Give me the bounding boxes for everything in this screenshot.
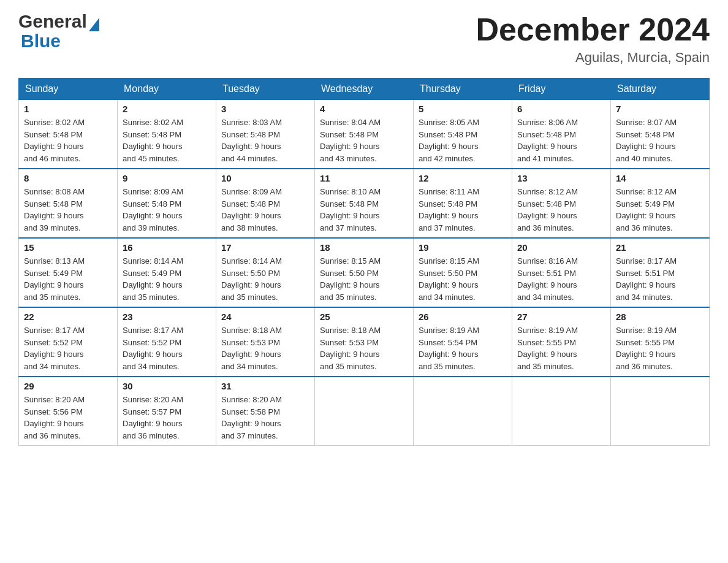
calendar-table: Sunday Monday Tuesday Wednesday Thursday… xyxy=(18,78,710,446)
day-info: Sunrise: 8:02 AMSunset: 5:48 PMDaylight:… xyxy=(24,118,85,163)
day-number: 7 xyxy=(616,104,704,114)
day-info: Sunrise: 8:15 AMSunset: 5:50 PMDaylight:… xyxy=(419,256,479,302)
day-info: Sunrise: 8:18 AMSunset: 5:53 PMDaylight:… xyxy=(221,326,282,371)
month-title: December 2024 xyxy=(476,12,710,47)
col-sunday: Sunday xyxy=(19,79,118,100)
day-info: Sunrise: 8:09 AMSunset: 5:48 PMDaylight:… xyxy=(221,187,282,232)
day-number: 25 xyxy=(320,312,408,322)
calendar-cell: 28 Sunrise: 8:19 AMSunset: 5:55 PMDaylig… xyxy=(611,307,710,377)
day-info: Sunrise: 8:14 AMSunset: 5:49 PMDaylight:… xyxy=(123,256,183,302)
day-info: Sunrise: 8:19 AMSunset: 5:55 PMDaylight:… xyxy=(616,326,677,371)
calendar-cell: 9 Sunrise: 8:09 AMSunset: 5:48 PMDayligh… xyxy=(118,169,216,238)
calendar-cell: 19 Sunrise: 8:15 AMSunset: 5:50 PMDaylig… xyxy=(414,238,512,307)
calendar-cell xyxy=(414,377,512,446)
calendar-cell: 30 Sunrise: 8:20 AMSunset: 5:57 PMDaylig… xyxy=(118,377,216,446)
calendar-cell: 14 Sunrise: 8:12 AMSunset: 5:49 PMDaylig… xyxy=(611,169,710,238)
calendar-cell: 4 Sunrise: 8:04 AMSunset: 5:48 PMDayligh… xyxy=(315,100,414,169)
calendar-cell: 29 Sunrise: 8:20 AMSunset: 5:56 PMDaylig… xyxy=(19,377,118,446)
page-header: General Blue December 2024 Aguilas, Murc… xyxy=(18,12,710,66)
calendar-cell: 13 Sunrise: 8:12 AMSunset: 5:48 PMDaylig… xyxy=(512,169,611,238)
day-info: Sunrise: 8:19 AMSunset: 5:55 PMDaylight:… xyxy=(517,326,578,371)
day-info: Sunrise: 8:19 AMSunset: 5:54 PMDaylight:… xyxy=(419,326,479,371)
calendar-cell: 20 Sunrise: 8:16 AMSunset: 5:51 PMDaylig… xyxy=(512,238,611,307)
day-number: 29 xyxy=(24,381,112,391)
calendar-week-1: 1 Sunrise: 8:02 AMSunset: 5:48 PMDayligh… xyxy=(19,100,710,169)
day-info: Sunrise: 8:04 AMSunset: 5:48 PMDaylight:… xyxy=(320,118,381,163)
day-number: 21 xyxy=(616,242,704,253)
calendar-cell: 1 Sunrise: 8:02 AMSunset: 5:48 PMDayligh… xyxy=(19,100,118,169)
day-number: 4 xyxy=(320,104,408,114)
day-info: Sunrise: 8:20 AMSunset: 5:56 PMDaylight:… xyxy=(24,395,85,440)
calendar-cell: 22 Sunrise: 8:17 AMSunset: 5:52 PMDaylig… xyxy=(19,307,118,377)
col-thursday: Thursday xyxy=(414,79,512,100)
calendar-cell: 17 Sunrise: 8:14 AMSunset: 5:50 PMDaylig… xyxy=(216,238,315,307)
day-info: Sunrise: 8:12 AMSunset: 5:48 PMDaylight:… xyxy=(517,187,578,232)
day-number: 20 xyxy=(517,242,605,253)
calendar-cell xyxy=(315,377,414,446)
day-number: 17 xyxy=(221,242,309,253)
day-info: Sunrise: 8:13 AMSunset: 5:49 PMDaylight:… xyxy=(24,256,85,302)
calendar-week-5: 29 Sunrise: 8:20 AMSunset: 5:56 PMDaylig… xyxy=(19,377,710,446)
day-info: Sunrise: 8:14 AMSunset: 5:50 PMDaylight:… xyxy=(221,256,282,302)
col-monday: Monday xyxy=(118,79,216,100)
calendar-cell: 3 Sunrise: 8:03 AMSunset: 5:48 PMDayligh… xyxy=(216,100,315,169)
title-area: December 2024 Aguilas, Murcia, Spain xyxy=(476,12,710,66)
day-info: Sunrise: 8:02 AMSunset: 5:48 PMDaylight:… xyxy=(123,118,183,163)
calendar-cell: 25 Sunrise: 8:18 AMSunset: 5:53 PMDaylig… xyxy=(315,307,414,377)
day-info: Sunrise: 8:09 AMSunset: 5:48 PMDaylight:… xyxy=(123,187,183,232)
day-info: Sunrise: 8:03 AMSunset: 5:48 PMDaylight:… xyxy=(221,118,282,163)
day-info: Sunrise: 8:17 AMSunset: 5:51 PMDaylight:… xyxy=(616,256,677,302)
day-info: Sunrise: 8:16 AMSunset: 5:51 PMDaylight:… xyxy=(517,256,578,302)
day-info: Sunrise: 8:12 AMSunset: 5:49 PMDaylight:… xyxy=(616,187,677,232)
calendar-cell: 7 Sunrise: 8:07 AMSunset: 5:48 PMDayligh… xyxy=(611,100,710,169)
calendar-cell: 26 Sunrise: 8:19 AMSunset: 5:54 PMDaylig… xyxy=(414,307,512,377)
day-number: 10 xyxy=(221,173,309,183)
day-number: 11 xyxy=(320,173,408,183)
day-number: 3 xyxy=(221,104,309,114)
day-number: 5 xyxy=(419,104,507,114)
day-number: 12 xyxy=(419,173,507,183)
calendar-cell: 27 Sunrise: 8:19 AMSunset: 5:55 PMDaylig… xyxy=(512,307,611,377)
day-info: Sunrise: 8:08 AMSunset: 5:48 PMDaylight:… xyxy=(24,187,85,232)
logo: General Blue xyxy=(18,12,99,52)
calendar-cell xyxy=(512,377,611,446)
day-number: 19 xyxy=(419,242,507,253)
col-friday: Friday xyxy=(512,79,611,100)
day-number: 1 xyxy=(24,104,112,114)
day-number: 22 xyxy=(24,312,112,322)
calendar-cell: 8 Sunrise: 8:08 AMSunset: 5:48 PMDayligh… xyxy=(19,169,118,238)
day-info: Sunrise: 8:20 AMSunset: 5:58 PMDaylight:… xyxy=(221,395,282,440)
calendar-cell: 24 Sunrise: 8:18 AMSunset: 5:53 PMDaylig… xyxy=(216,307,315,377)
day-info: Sunrise: 8:17 AMSunset: 5:52 PMDaylight:… xyxy=(24,326,85,371)
day-info: Sunrise: 8:18 AMSunset: 5:53 PMDaylight:… xyxy=(320,326,381,371)
day-number: 16 xyxy=(123,242,211,253)
day-number: 31 xyxy=(221,381,309,391)
calendar-cell: 11 Sunrise: 8:10 AMSunset: 5:48 PMDaylig… xyxy=(315,169,414,238)
col-tuesday: Tuesday xyxy=(216,79,315,100)
location-subtitle: Aguilas, Murcia, Spain xyxy=(476,50,710,66)
calendar-cell: 10 Sunrise: 8:09 AMSunset: 5:48 PMDaylig… xyxy=(216,169,315,238)
day-number: 13 xyxy=(517,173,605,183)
calendar-cell: 23 Sunrise: 8:17 AMSunset: 5:52 PMDaylig… xyxy=(118,307,216,377)
col-wednesday: Wednesday xyxy=(315,79,414,100)
calendar-cell: 6 Sunrise: 8:06 AMSunset: 5:48 PMDayligh… xyxy=(512,100,611,169)
calendar-cell: 15 Sunrise: 8:13 AMSunset: 5:49 PMDaylig… xyxy=(19,238,118,307)
calendar-header-row: Sunday Monday Tuesday Wednesday Thursday… xyxy=(19,79,710,100)
calendar-week-2: 8 Sunrise: 8:08 AMSunset: 5:48 PMDayligh… xyxy=(19,169,710,238)
day-info: Sunrise: 8:11 AMSunset: 5:48 PMDaylight:… xyxy=(419,187,479,232)
day-info: Sunrise: 8:05 AMSunset: 5:48 PMDaylight:… xyxy=(419,118,479,163)
day-number: 14 xyxy=(616,173,704,183)
logo-arrow-icon xyxy=(89,18,99,31)
day-number: 15 xyxy=(24,242,112,253)
day-number: 27 xyxy=(517,312,605,322)
day-info: Sunrise: 8:20 AMSunset: 5:57 PMDaylight:… xyxy=(123,395,183,440)
calendar-cell: 31 Sunrise: 8:20 AMSunset: 5:58 PMDaylig… xyxy=(216,377,315,446)
day-number: 18 xyxy=(320,242,408,253)
calendar-cell: 18 Sunrise: 8:15 AMSunset: 5:50 PMDaylig… xyxy=(315,238,414,307)
col-saturday: Saturday xyxy=(611,79,710,100)
calendar-cell: 12 Sunrise: 8:11 AMSunset: 5:48 PMDaylig… xyxy=(414,169,512,238)
calendar-week-3: 15 Sunrise: 8:13 AMSunset: 5:49 PMDaylig… xyxy=(19,238,710,307)
day-number: 23 xyxy=(123,312,211,322)
day-number: 28 xyxy=(616,312,704,322)
day-number: 26 xyxy=(419,312,507,322)
